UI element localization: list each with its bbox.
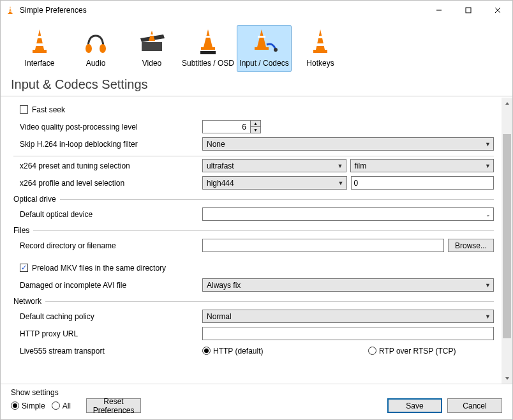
- tab-label: Audio: [86, 59, 106, 68]
- reset-preferences-button[interactable]: Reset Preferences: [86, 398, 141, 413]
- vertical-scrollbar[interactable]: [502, 98, 512, 384]
- svg-rect-24: [255, 47, 269, 50]
- skip-h264-combo[interactable]: None ▼: [202, 137, 494, 151]
- http-proxy-label: HTTP proxy URL: [20, 329, 202, 338]
- svg-marker-22: [257, 29, 266, 47]
- default-optical-label: Default optical device: [20, 210, 202, 219]
- x264-level-input[interactable]: [351, 176, 494, 190]
- group-network-label: Network: [13, 297, 41, 306]
- chevron-down-icon: ▼: [485, 282, 491, 289]
- show-all-label: All: [63, 401, 71, 410]
- svg-rect-28: [316, 43, 325, 46]
- window-title: Simple Preferences: [20, 6, 87, 15]
- chevron-down-icon: ▼: [485, 163, 491, 169]
- chevron-down-icon: ▼: [338, 180, 344, 186]
- svg-rect-21: [200, 51, 216, 54]
- close-button[interactable]: [483, 1, 512, 20]
- svg-rect-20: [201, 47, 215, 50]
- video-quality-value: 6: [203, 123, 250, 131]
- tab-input-codecs[interactable]: Input / Codecs: [237, 25, 292, 72]
- record-dir-label: Record directory or filename: [20, 241, 202, 250]
- tab-label: Video: [142, 59, 161, 68]
- tab-video[interactable]: Video: [124, 25, 179, 72]
- group-optical-label: Optical drive: [13, 195, 56, 204]
- preload-mkv-checkbox[interactable]: [20, 264, 28, 272]
- settings-content: Fast seek Video quality post-processing …: [1, 98, 502, 384]
- tab-audio[interactable]: Audio: [68, 25, 123, 72]
- cone-cable-icon: [250, 28, 278, 56]
- show-settings-label: Show settings: [11, 388, 141, 397]
- cancel-button[interactable]: Cancel: [447, 398, 502, 413]
- spin-down-icon[interactable]: ▼: [251, 127, 260, 133]
- headphones-icon: [83, 29, 108, 55]
- group-files-label: Files: [13, 226, 29, 235]
- tab-label: Hotkeys: [306, 59, 334, 68]
- x264-profile-combo[interactable]: high444 ▼: [202, 176, 347, 190]
- tab-subtitles[interactable]: Subtitles / OSD: [181, 25, 235, 72]
- cone-osd-icon: [195, 28, 221, 56]
- fast-seek-checkbox[interactable]: [20, 105, 28, 114]
- tab-interface[interactable]: Interface: [12, 25, 67, 72]
- svg-point-25: [274, 48, 278, 52]
- svg-marker-30: [505, 102, 509, 105]
- scroll-thumb[interactable]: [503, 134, 511, 338]
- record-dir-input[interactable]: [202, 239, 444, 252]
- cone-icon: [309, 28, 332, 56]
- tab-label: Subtitles / OSD: [182, 59, 234, 68]
- svg-marker-18: [204, 29, 212, 47]
- svg-point-12: [86, 44, 92, 53]
- svg-rect-1: [9, 8, 11, 9]
- chevron-down-icon: ▼: [485, 313, 491, 320]
- minimize-button[interactable]: [424, 1, 454, 20]
- browse-button[interactable]: Browse...: [448, 239, 494, 252]
- live555-rtsp-label: RTP over RTSP (TCP): [379, 347, 456, 356]
- maximize-button[interactable]: [454, 1, 483, 20]
- live555-http-radio[interactable]: [202, 347, 211, 355]
- video-quality-label: Video quality post-processing level: [20, 123, 202, 131]
- svg-marker-0: [9, 6, 11, 13]
- default-cache-combo[interactable]: Normal ▼: [202, 310, 494, 323]
- chevron-down-icon: ▼: [338, 163, 343, 169]
- show-simple-label: Simple: [22, 401, 45, 410]
- default-optical-combo[interactable]: ⌄: [202, 207, 494, 221]
- svg-rect-11: [33, 50, 47, 53]
- svg-rect-5: [466, 8, 471, 13]
- video-quality-spinner[interactable]: 6 ▲▼: [202, 120, 261, 133]
- save-button[interactable]: Save: [387, 398, 442, 413]
- svg-rect-17: [149, 34, 154, 36]
- svg-marker-31: [505, 377, 509, 380]
- chevron-down-icon: ▼: [485, 141, 491, 147]
- damaged-avi-label: Damaged or incomplete AVI file: [20, 281, 202, 290]
- svg-rect-29: [313, 50, 327, 53]
- footer: Show settings Simple All Reset Preferenc…: [1, 384, 512, 419]
- tab-label: Interface: [25, 59, 55, 68]
- fast-seek-label: Fast seek: [32, 105, 65, 114]
- titlebar: Simple Preferences: [1, 1, 512, 20]
- show-all-radio[interactable]: [52, 401, 60, 410]
- x264-preset-label: x264 preset and tuning selection: [20, 161, 202, 170]
- svg-point-13: [100, 44, 106, 53]
- tab-hotkeys[interactable]: Hotkeys: [293, 25, 348, 72]
- x264-profile-label: x264 profile and level selection: [20, 179, 202, 188]
- scroll-down-icon[interactable]: [502, 373, 512, 384]
- live555-http-label: HTTP (default): [213, 347, 263, 356]
- scroll-up-icon[interactable]: [502, 98, 512, 109]
- default-cache-label: Default caching policy: [20, 312, 202, 321]
- x264-tune-combo[interactable]: film ▼: [350, 159, 494, 172]
- cone-icon: [28, 28, 51, 56]
- show-simple-radio[interactable]: [11, 401, 19, 410]
- spin-up-icon[interactable]: ▲: [251, 121, 260, 127]
- svg-rect-15: [142, 42, 162, 51]
- live555-rtsp-radio[interactable]: [368, 347, 376, 355]
- preload-mkv-label: Preload MKV files in the same directory: [32, 264, 166, 273]
- svg-rect-9: [36, 36, 43, 38]
- http-proxy-input[interactable]: [202, 327, 494, 340]
- x264-preset-combo[interactable]: ultrafast ▼: [202, 159, 346, 172]
- chevron-down-icon: ⌄: [486, 211, 491, 218]
- tab-label: Input / Codecs: [239, 59, 288, 68]
- svg-rect-10: [35, 43, 44, 46]
- page-heading: Input & Codecs Settings: [1, 72, 512, 96]
- damaged-avi-combo[interactable]: Always fix ▼: [202, 278, 494, 292]
- category-tabs: Interface Audio Video Subtitles / OSD In…: [1, 20, 512, 72]
- svg-rect-19: [204, 36, 212, 38]
